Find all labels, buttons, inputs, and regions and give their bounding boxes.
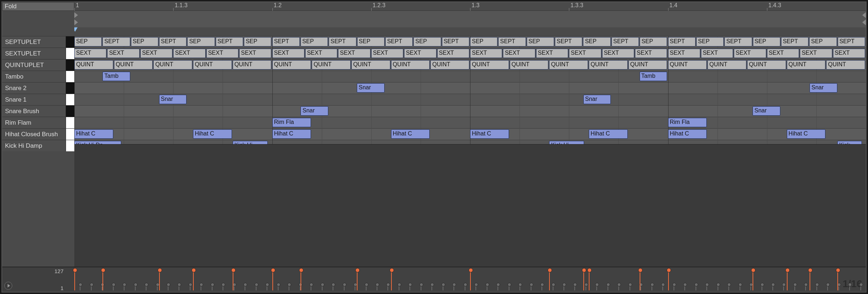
midi-note[interactable]: QUINT xyxy=(589,60,628,70)
velocity-stem-low[interactable] xyxy=(333,285,333,290)
track-header[interactable]: Snare Brush xyxy=(2,105,74,117)
velocity-stem-low[interactable] xyxy=(520,285,520,290)
midi-note[interactable]: SEP xyxy=(74,37,102,46)
midi-note[interactable]: QUINT xyxy=(74,60,113,70)
velocity-stem-low[interactable] xyxy=(355,285,355,290)
velocity-stem-low[interactable] xyxy=(475,285,476,290)
track-header[interactable]: Tambo xyxy=(2,71,74,82)
velocity-stem-low[interactable] xyxy=(509,285,509,290)
velocity-stem-low[interactable] xyxy=(794,285,795,290)
velocity-stem-high[interactable] xyxy=(74,270,75,290)
velocity-stem-high[interactable] xyxy=(193,270,194,290)
fold-button[interactable]: Fold xyxy=(2,2,74,11)
piano-key-black[interactable] xyxy=(66,36,74,48)
midi-note[interactable]: SEP xyxy=(187,37,215,46)
piano-key-black[interactable] xyxy=(66,83,74,94)
midi-note[interactable]: Hihat C xyxy=(668,129,707,139)
midi-note[interactable]: SEXT xyxy=(536,49,568,58)
track-header[interactable]: Hihat Closed Brush xyxy=(2,128,74,140)
velocity-stem-low[interactable] xyxy=(827,285,828,290)
piano-key-white[interactable] xyxy=(66,71,74,82)
midi-note[interactable]: SEXT xyxy=(701,49,733,58)
velocity-stem-high[interactable] xyxy=(470,270,471,290)
velocity-stem-high[interactable] xyxy=(391,270,392,290)
midi-note[interactable]: Hihat C xyxy=(470,129,509,139)
track-header[interactable]: SEXTUPLET xyxy=(2,48,74,59)
midi-note[interactable]: Hihat C xyxy=(787,129,826,139)
midi-note[interactable]: SEPT xyxy=(838,37,865,46)
midi-note[interactable]: QUINT xyxy=(391,60,430,70)
midi-note[interactable]: SEPT xyxy=(329,37,356,46)
midi-note[interactable]: SEP xyxy=(640,37,667,46)
midi-note[interactable]: SEPT xyxy=(159,37,187,46)
velocity-stem-high[interactable] xyxy=(102,270,103,290)
velocity-stem-high[interactable] xyxy=(583,270,584,290)
midi-note[interactable]: SEPT xyxy=(102,37,130,46)
midi-note[interactable]: SEXT xyxy=(833,49,865,58)
midi-note[interactable]: QUINT xyxy=(153,60,192,70)
piano-key-white[interactable] xyxy=(66,48,74,59)
velocity-stem-low[interactable] xyxy=(586,285,586,290)
midi-note[interactable]: Kick Hi Da xyxy=(74,141,121,144)
midi-note[interactable]: SEPT xyxy=(272,37,300,46)
midi-note[interactable]: SEXT xyxy=(635,49,667,58)
midi-note[interactable]: SEXT xyxy=(767,49,799,58)
loop-start-marker[interactable] xyxy=(74,12,78,18)
velocity-stem-high[interactable] xyxy=(810,270,810,290)
midi-note[interactable]: SEP xyxy=(301,37,328,46)
midi-note[interactable]: Kick Hi xyxy=(549,141,584,144)
midi-note[interactable]: Kick xyxy=(837,141,862,144)
midi-note[interactable]: SEXT xyxy=(437,49,469,58)
midi-note[interactable]: QUINT xyxy=(272,60,311,70)
velocity-stem-low[interactable] xyxy=(706,285,707,290)
midi-note[interactable]: SEXT xyxy=(734,49,766,58)
piano-key-black[interactable] xyxy=(66,59,74,71)
midi-note[interactable]: QUINT xyxy=(707,60,746,70)
midi-note[interactable]: SEXT xyxy=(107,49,139,58)
velocity-stem-low[interactable] xyxy=(267,285,267,290)
velocity-stem-high[interactable] xyxy=(357,270,358,290)
velocity-stem-low[interactable] xyxy=(201,285,201,290)
velocity-stem-low[interactable] xyxy=(465,285,465,290)
midi-note[interactable]: Snar xyxy=(357,83,384,93)
velocity-stem-high[interactable] xyxy=(753,270,753,290)
velocity-stem-low[interactable] xyxy=(322,285,323,290)
velocity-stem-low[interactable] xyxy=(124,285,124,290)
midi-note[interactable]: SEPT xyxy=(385,37,413,46)
velocity-stem-low[interactable] xyxy=(574,285,575,290)
midi-note[interactable]: Rim Fla xyxy=(668,118,707,127)
velocity-stem-low[interactable] xyxy=(531,285,531,290)
velocity-stem-low[interactable] xyxy=(212,285,212,290)
timeline-ruler[interactable]: 11.1.31.21.2.31.31.3.31.41.4.3 🎧 xyxy=(74,2,866,36)
velocity-stem-low[interactable] xyxy=(662,285,663,290)
midi-note[interactable]: SEP xyxy=(470,37,497,46)
velocity-stem-low[interactable] xyxy=(640,285,641,290)
velocity-stem-low[interactable] xyxy=(728,285,729,290)
track-header[interactable]: Snare 2 xyxy=(2,82,74,94)
midi-note[interactable]: SEPT xyxy=(555,37,582,46)
velocity-stem-low[interactable] xyxy=(553,285,553,290)
velocity-stem-low[interactable] xyxy=(344,285,345,290)
midi-note[interactable]: SEXT xyxy=(140,49,172,58)
locator-end-marker[interactable] xyxy=(862,19,866,25)
midi-note[interactable]: SEXT xyxy=(305,49,337,58)
midi-note[interactable]: QUINT xyxy=(668,60,707,70)
velocity-stem-low[interactable] xyxy=(762,285,762,290)
velocity-stem-low[interactable] xyxy=(377,285,377,290)
midi-note[interactable]: SEXT xyxy=(668,49,700,58)
midi-note[interactable]: QUINT xyxy=(430,60,469,70)
velocity-stem-low[interactable] xyxy=(696,285,696,290)
midi-note[interactable]: Hihat C xyxy=(391,129,430,139)
velocity-stem-high[interactable] xyxy=(589,270,589,290)
velocity-stem-high[interactable] xyxy=(549,270,550,290)
velocity-stem-low[interactable] xyxy=(190,285,190,290)
midi-note[interactable]: SEPT xyxy=(668,37,696,46)
midi-note[interactable]: QUINT xyxy=(351,60,390,70)
velocity-stem-low[interactable] xyxy=(497,285,498,290)
midi-note[interactable]: Hihat C xyxy=(272,129,311,139)
velocity-stem-low[interactable] xyxy=(168,285,168,290)
velocity-stem-low[interactable] xyxy=(256,285,257,290)
velocity-stem-low[interactable] xyxy=(289,285,289,290)
track-header[interactable]: Snare 1 xyxy=(2,94,74,105)
midi-note[interactable]: SEXT xyxy=(470,49,502,58)
